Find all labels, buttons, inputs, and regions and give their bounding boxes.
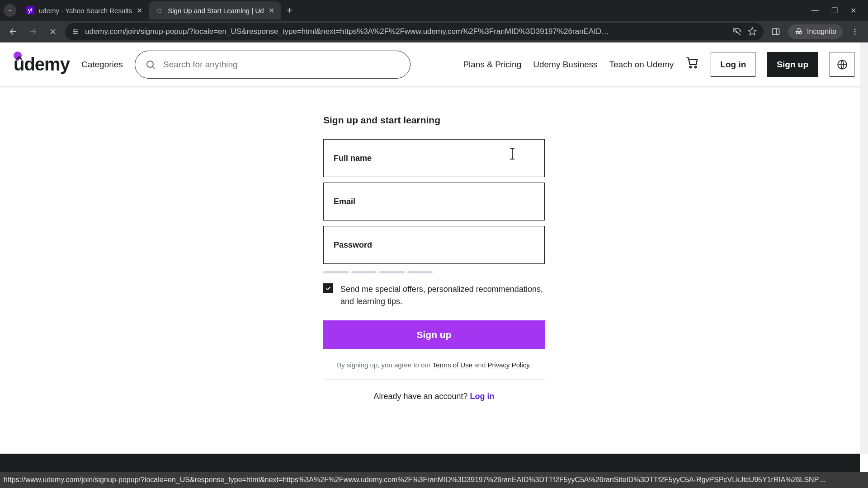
language-button[interactable] [830,52,854,77]
categories-link[interactable]: Categories [81,60,123,70]
plans-pricing-link[interactable]: Plans & Pricing [463,60,521,70]
offers-label: Send me special offers, personalized rec… [340,283,545,308]
status-url: https://www.udemy.com/join/signup-popup/… [4,476,826,484]
check-icon [325,285,331,291]
site-settings-icon[interactable] [71,28,80,36]
search-input[interactable] [163,60,400,70]
window-controls: ― ❐ ✕ [803,6,864,15]
globe-icon [836,59,848,70]
signup-form: Sign up and start learning Full name Ema… [323,115,545,401]
browser-tab-strip: y! udemy - Yahoo Search Results ✕ ◌ Sign… [0,0,868,21]
minimize-icon[interactable]: ― [811,6,819,15]
tab-search-dropdown[interactable] [4,4,16,17]
panel-icon [771,27,780,36]
tab-title: udemy - Yahoo Search Results [39,7,132,14]
login-link[interactable]: Log in [470,392,495,401]
login-button[interactable]: Log in [711,52,755,77]
stop-button[interactable] [45,24,61,39]
already-account-row: Already have an account? Log in [323,392,545,401]
incognito-label: Incognito [807,28,836,36]
already-text: Already have an account? [373,392,470,401]
teach-link[interactable]: Teach on Udemy [609,60,674,70]
close-icon[interactable]: ✕ [850,6,856,15]
offers-checkbox[interactable] [323,283,333,293]
terms-prefix: By signing up, you agree to our [337,361,433,369]
terms-suffix: . [529,361,531,369]
terms-of-use-link[interactable]: Terms of Use [433,361,472,369]
terms-and: and [472,361,487,369]
back-button[interactable] [5,24,21,39]
udemy-logo[interactable]: ûdemy [14,54,70,75]
signup-title: Sign up and start learning [323,115,545,126]
password-field[interactable]: Password [323,226,545,264]
incognito-icon [794,27,803,36]
fullname-label: Full name [334,154,372,163]
fullname-field[interactable]: Full name [323,139,545,177]
cart-icon [685,56,699,70]
arrow-left-icon [8,27,18,37]
star-icon[interactable] [747,27,757,37]
scrollbar[interactable] [860,42,868,454]
site-footer [0,454,860,472]
close-icon[interactable]: ✕ [137,6,142,15]
cart-button[interactable] [685,56,699,73]
browser-menu-button[interactable] [847,24,863,39]
arrow-right-icon [28,27,38,37]
svg-point-1 [76,31,78,33]
browser-tab-yahoo[interactable]: y! udemy - Yahoo Search Results ✕ [20,1,149,19]
udemy-business-link[interactable]: Udemy Business [533,60,598,70]
signup-submit-button[interactable]: Sign up [323,320,545,349]
browser-tab-udemy[interactable]: ◌ Sign Up and Start Learning | Ud ✕ [149,1,280,19]
password-label: Password [334,240,372,250]
eye-off-icon[interactable] [732,27,742,37]
address-bar[interactable]: udemy.com/join/signup-popup/?locale=en_U… [65,23,764,40]
url-text: udemy.com/join/signup-popup/?locale=en_U… [85,27,726,36]
browser-status-bar: https://www.udemy.com/join/signup-popup/… [0,472,868,488]
tab-title: Sign Up and Start Learning | Ud [168,7,264,14]
svg-line-9 [152,66,155,69]
svg-point-6 [854,31,856,33]
svg-point-0 [74,29,75,31]
svg-point-7 [854,33,856,35]
new-tab-button[interactable]: + [281,5,299,16]
strength-bar [407,271,433,273]
page-content: ûdemy Categories Plans & Pricing Udemy B… [0,42,868,488]
kebab-icon [851,28,859,36]
privacy-policy-link[interactable]: Privacy Policy [487,361,529,369]
search-box[interactable] [135,51,410,79]
chevron-down-icon [7,7,13,14]
email-label: Email [334,197,355,206]
svg-point-5 [854,28,856,30]
close-icon[interactable]: ✕ [269,6,274,15]
close-icon [48,27,57,36]
terms-text: By signing up, you agree to our Terms of… [323,361,545,380]
svg-rect-3 [773,28,779,34]
text-cursor-icon [512,148,513,160]
strength-bar [379,271,405,273]
offers-checkbox-row[interactable]: Send me special offers, personalized rec… [323,283,545,308]
loading-favicon-icon: ◌ [155,6,163,14]
search-icon [145,59,156,70]
maximize-icon[interactable]: ❐ [831,6,838,15]
signup-button[interactable]: Sign up [767,52,818,77]
side-panel-button[interactable] [768,24,783,39]
svg-point-2 [74,33,75,34]
forward-button [25,24,41,39]
site-header: ûdemy Categories Plans & Pricing Udemy B… [0,42,868,87]
email-field[interactable]: Email [323,183,545,221]
strength-bar [323,271,349,273]
browser-toolbar: udemy.com/join/signup-popup/?locale=en_U… [0,21,868,42]
incognito-badge[interactable]: Incognito [788,24,843,39]
password-strength-meter [323,271,545,273]
yahoo-favicon-icon: y! [26,6,34,14]
svg-point-8 [147,61,153,67]
strength-bar [351,271,377,273]
